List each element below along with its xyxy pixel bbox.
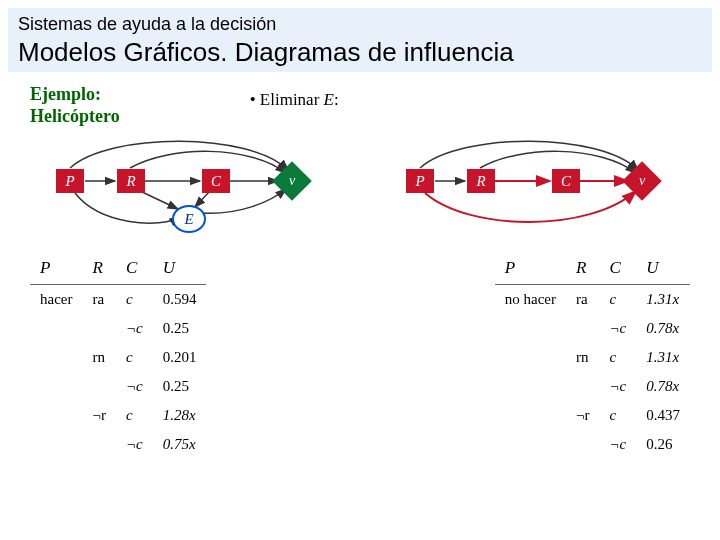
th-P: P <box>30 252 82 285</box>
table-row: no hacerrac1.31x <box>495 285 690 315</box>
diagram-left: P R C E v <box>30 137 340 247</box>
example-line1: Ejemplo: <box>30 84 101 104</box>
page-title: Modelos Gráficos. Diagramas de influenci… <box>18 37 702 68</box>
header: Sistemas de ayuda a la decisión Modelos … <box>8 8 712 72</box>
table-row: ¬c0.78x <box>495 372 690 401</box>
table-row: ¬c0.25 <box>30 372 206 401</box>
node-v-right: v <box>622 161 662 201</box>
table-row: ¬rc0.437 <box>495 401 690 430</box>
table-row: ¬rc1.28x <box>30 401 206 430</box>
th-R: R <box>82 252 115 285</box>
eliminate-bullet: • Eliminar E: <box>250 90 339 127</box>
tables-row: P R C U hacerrac0.594 ¬c0.25 rnc0.201 ¬c… <box>0 247 720 459</box>
bullet-suffix: : <box>334 90 339 109</box>
bullet-var: E <box>324 90 334 109</box>
table-row: rnc1.31x <box>495 343 690 372</box>
table-row: hacerrac0.594 <box>30 285 206 315</box>
table-row: ¬c0.78x <box>495 314 690 343</box>
diagram-right: P R C v <box>380 137 690 247</box>
page-subtitle: Sistemas de ayuda a la decisión <box>18 14 702 35</box>
bullet-prefix: • Eliminar <box>250 90 324 109</box>
node-v-left: v <box>272 161 312 201</box>
th-C-r: C <box>599 252 636 285</box>
utility-table-left: P R C U hacerrac0.594 ¬c0.25 rnc0.201 ¬c… <box>30 252 206 459</box>
table-row: ¬c0.26 <box>495 430 690 459</box>
node-R-r: R <box>467 169 495 193</box>
th-R-r: R <box>566 252 599 285</box>
th-U: U <box>153 252 207 285</box>
example-label: Ejemplo: Helicóptero <box>30 84 120 127</box>
table-row: rnc0.201 <box>30 343 206 372</box>
table-row: ¬c0.25 <box>30 314 206 343</box>
node-R: R <box>117 169 145 193</box>
th-U-r: U <box>636 252 690 285</box>
th-C: C <box>116 252 153 285</box>
example-row: Ejemplo: Helicóptero • Eliminar E: <box>30 84 720 127</box>
node-C-r: C <box>552 169 580 193</box>
table-row: ¬c0.75x <box>30 430 206 459</box>
node-E: E <box>172 205 206 233</box>
node-P: P <box>56 169 84 193</box>
node-C: C <box>202 169 230 193</box>
utility-table-right: P R C U no hacerrac1.31x ¬c0.78x rnc1.31… <box>495 252 690 459</box>
node-P-r: P <box>406 169 434 193</box>
diagrams-row: P R C E v <box>0 127 720 247</box>
example-line2: Helicóptero <box>30 106 120 126</box>
th-P-r: P <box>495 252 566 285</box>
